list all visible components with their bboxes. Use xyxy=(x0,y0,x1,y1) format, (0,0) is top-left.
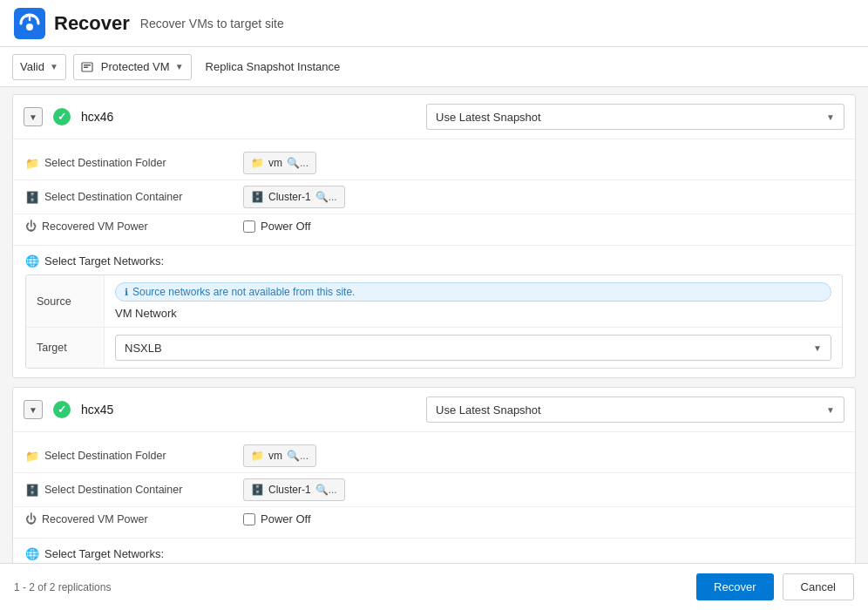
cluster-icon-2: 🗄️ xyxy=(251,484,264,496)
vm-2-power-off-checkbox[interactable] xyxy=(243,513,255,525)
vm-2-folder-value: 📁 vm 🔍... xyxy=(243,444,843,467)
vm-1-container-search-icon: 🔍... xyxy=(315,191,337,203)
vm-2-networks-section: 🌐 Select Target Networks: Source ℹ Sourc… xyxy=(13,538,855,563)
vm-section-1: ▼ ✓ hcx46 Use Latest Snapshot ▼ 📁 Select… xyxy=(12,94,856,378)
vm-1-folder-value: 📁 vm 🔍... xyxy=(243,152,843,174)
vm-2-snapshot-value: Use Latest Snapshot xyxy=(436,403,541,417)
folder-icon: 📁 xyxy=(25,157,39,170)
snapshot-filter-label: Replica Snapshot Instance xyxy=(199,57,348,77)
protected-vm-filter-arrow-icon: ▼ xyxy=(175,62,184,71)
vm-list: ▼ ✓ hcx46 Use Latest Snapshot ▼ 📁 Select… xyxy=(0,87,868,563)
vm-2-power-row: ⏻ Recovered VM Power Power Off xyxy=(13,507,855,531)
vm-2-power-value: Power Off xyxy=(243,512,843,525)
container-icon-2: 🗄️ xyxy=(25,484,39,497)
page-subtitle: Recover VMs to target site xyxy=(140,17,284,30)
page-title: Recover xyxy=(54,12,130,35)
vm-1-source-content: ℹ Source networks are not available from… xyxy=(105,275,842,327)
vm-1-networks-title: 🌐 Select Target Networks: xyxy=(25,254,843,268)
valid-filter-arrow-icon: ▼ xyxy=(50,62,58,71)
cancel-button[interactable]: Cancel xyxy=(783,573,854,600)
vm-1-power-label: ⏻ Recovered VM Power xyxy=(25,220,243,233)
vm-1-container-label: 🗄️ Select Destination Container xyxy=(25,191,243,204)
vm-2-folder-search-icon: 🔍... xyxy=(287,450,309,462)
container-icon: 🗄️ xyxy=(25,191,39,204)
svg-rect-3 xyxy=(84,64,91,66)
vm-2-status-icon: ✓ xyxy=(53,401,71,418)
vm-1-networks-section: 🌐 Select Target Networks: Source ℹ Sourc… xyxy=(13,245,855,377)
vm-1-folder-row: 📁 Select Destination Folder 📁 vm 🔍... xyxy=(13,146,855,180)
vm-1-container-value: 🗄️ Cluster-1 🔍... xyxy=(243,186,843,208)
vm-2-container-value: 🗄️ Cluster-1 🔍... xyxy=(243,478,843,501)
vm-1-vm-network-label: VM Network xyxy=(115,307,831,320)
vm-2-container-search-icon: 🔍... xyxy=(315,484,337,496)
network-icon: 🌐 xyxy=(25,254,39,268)
vm-1-snapshot-select[interactable]: Use Latest Snapshot ▼ xyxy=(426,104,844,130)
vm-1-toggle-button[interactable]: ▼ xyxy=(24,107,43,126)
vm-2-name: hcx45 xyxy=(81,403,416,417)
bottom-bar: 1 - 2 of 2 replications Recover Cancel xyxy=(0,563,868,610)
vm-1-folder-search-icon: 🔍... xyxy=(287,157,309,169)
vm-1-target-label: Target xyxy=(26,328,105,368)
vm-1-folder-label: 📁 Select Destination Folder xyxy=(25,157,243,170)
vm-2-folder-label: 📁 Select Destination Folder xyxy=(25,450,243,463)
vm-2-container-row: 🗄️ Select Destination Container 🗄️ Clust… xyxy=(13,473,855,507)
vm-1-networks-table: Source ℹ Source networks are not availab… xyxy=(25,274,843,369)
app-header: Recover Recover VMs to target site xyxy=(0,0,868,47)
vm-1-snapshot-arrow-icon: ▼ xyxy=(826,112,835,122)
vm-1-container-row: 🗄️ Select Destination Container 🗄️ Clust… xyxy=(13,180,855,214)
app-logo-icon xyxy=(14,8,45,39)
power-icon-2: ⏻ xyxy=(25,512,37,525)
cluster-icon: 🗄️ xyxy=(251,191,264,203)
vm-1-power-checkbox-row: Power Off xyxy=(243,220,311,233)
folder-small-icon-2: 📁 xyxy=(251,450,264,462)
valid-filter-dropdown[interactable]: Valid ▼ xyxy=(12,54,66,80)
vm-2-folder-button[interactable]: 📁 vm 🔍... xyxy=(243,444,316,467)
vm-2-details: 📁 Select Destination Folder 📁 vm 🔍... xyxy=(13,432,855,538)
vm-1-container-button[interactable]: 🗄️ Cluster-1 🔍... xyxy=(243,186,345,208)
vm-section-2: ▼ ✓ hcx45 Use Latest Snapshot ▼ 📁 Select… xyxy=(12,387,856,563)
vm-1-power-row: ⏻ Recovered VM Power Power Off xyxy=(13,214,855,238)
vm-2-snapshot-select[interactable]: Use Latest Snapshot ▼ xyxy=(426,396,844,423)
svg-point-1 xyxy=(26,24,33,30)
network-icon-2: 🌐 xyxy=(25,547,39,560)
vm-1-power-value: Power Off xyxy=(243,220,843,233)
vm-2-toggle-button[interactable]: ▼ xyxy=(24,400,43,419)
vm-2-container-label: 🗄️ Select Destination Container xyxy=(25,484,243,497)
vm-2-container-button[interactable]: 🗄️ Cluster-1 🔍... xyxy=(243,478,345,501)
svg-rect-4 xyxy=(84,66,88,68)
vm-2-networks-title: 🌐 Select Target Networks: xyxy=(25,547,843,560)
protected-vm-filter-dropdown[interactable]: Protected VM ▼ xyxy=(73,54,192,80)
vm-2-folder-row: 📁 Select Destination Folder 📁 vm 🔍... xyxy=(13,439,855,473)
vm-1-status-icon: ✓ xyxy=(53,108,71,125)
vm-1-name: hcx46 xyxy=(81,110,416,124)
protected-vm-icon xyxy=(81,61,93,73)
vm-1-target-arrow-icon: ▼ xyxy=(813,343,822,353)
vm-1-power-off-checkbox[interactable] xyxy=(243,220,255,233)
vm-1-snapshot-value: Use Latest Snapshot xyxy=(436,111,541,124)
vm-1-target-select[interactable]: NSXLB ▼ xyxy=(115,335,831,361)
bottom-actions: Recover Cancel xyxy=(696,573,854,600)
vm-header-row-2: ▼ ✓ hcx45 Use Latest Snapshot ▼ xyxy=(13,388,855,432)
vm-1-details: 📁 Select Destination Folder 📁 vm 🔍... xyxy=(13,139,855,245)
vm-header-row-1: ▼ ✓ hcx46 Use Latest Snapshot ▼ xyxy=(13,95,855,139)
vm-1-source-network-row: Source ℹ Source networks are not availab… xyxy=(26,275,842,328)
power-icon: ⏻ xyxy=(25,220,37,233)
protected-vm-filter-label: Protected VM xyxy=(101,60,170,73)
info-icon: ℹ xyxy=(125,287,128,298)
valid-filter-label: Valid xyxy=(20,60,44,73)
filter-bar: Valid ▼ Protected VM ▼ Replica Snapshot … xyxy=(0,47,868,87)
main-content: Valid ▼ Protected VM ▼ Replica Snapshot … xyxy=(0,47,868,610)
vm-2-snapshot-arrow-icon: ▼ xyxy=(826,405,835,415)
vm-1-target-content: NSXLB ▼ xyxy=(105,328,842,368)
vm-1-target-network-row: Target NSXLB ▼ xyxy=(26,328,842,368)
vm-2-power-checkbox-row: Power Off xyxy=(243,512,311,525)
recover-button[interactable]: Recover xyxy=(696,573,773,600)
vm-1-source-info-badge: ℹ Source networks are not available from… xyxy=(115,282,831,302)
folder-small-icon: 📁 xyxy=(251,157,264,169)
vm-1-source-label: Source xyxy=(26,275,105,327)
replications-count: 1 - 2 of 2 replications xyxy=(14,581,111,593)
vm-2-power-label: ⏻ Recovered VM Power xyxy=(25,512,243,525)
vm-1-folder-button[interactable]: 📁 vm 🔍... xyxy=(243,152,316,174)
folder-icon-2: 📁 xyxy=(25,450,39,463)
